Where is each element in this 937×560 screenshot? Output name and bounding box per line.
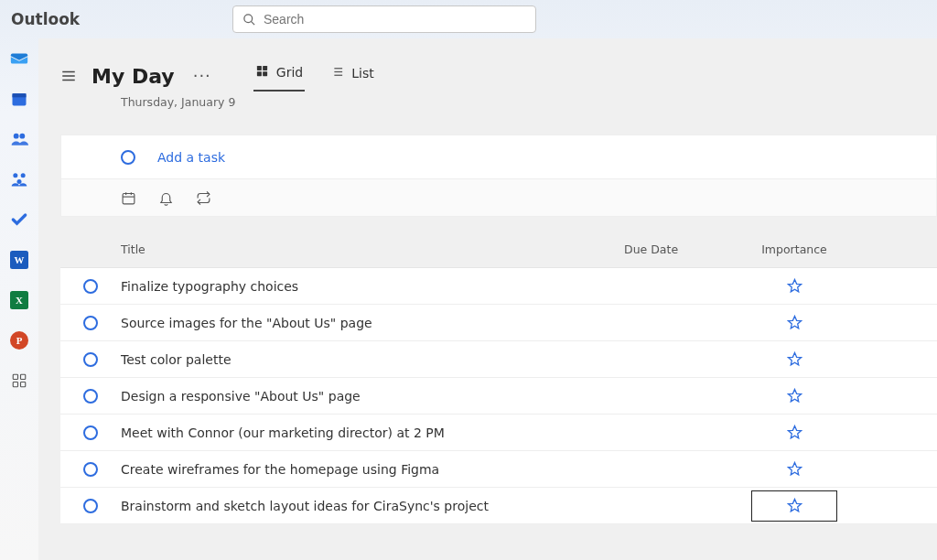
page-header: My Day ··· Grid List [38,60,937,92]
calendar-icon[interactable] [8,88,30,110]
page-title: My Day [92,65,175,88]
complete-toggle[interactable] [83,425,98,440]
col-title[interactable]: Title [121,242,624,256]
table-header: Title Due Date Importance [60,232,937,268]
task-title: Test color palette [121,352,624,367]
view-list[interactable]: List [328,61,375,91]
svg-marker-36 [788,279,801,291]
svg-rect-32 [123,193,135,203]
repeat-icon[interactable] [196,190,211,206]
task-title: Finalize typography choices [121,279,624,294]
svg-rect-23 [263,66,267,70]
svg-rect-18 [21,382,26,387]
svg-point-5 [19,134,25,139]
search-input[interactable] [264,12,526,27]
task-table: Title Due Date Importance Finalize typog… [60,232,937,524]
add-task-row[interactable]: Add a task [60,135,937,178]
complete-toggle[interactable] [83,389,98,404]
svg-marker-40 [788,425,801,437]
complete-toggle[interactable] [83,316,98,330]
svg-text:P: P [16,335,23,346]
view-list-label: List [351,66,373,81]
complete-toggle[interactable] [83,279,98,294]
col-due[interactable]: Due Date [624,242,734,256]
more-options-icon[interactable]: ··· [189,68,215,84]
table-row[interactable]: Meet with Connor (our marketing director… [60,415,937,451]
add-task-circle-icon [121,150,135,165]
svg-line-1 [251,21,254,25]
table-row[interactable]: Create wireframes for the homepage using… [60,451,937,488]
excel-icon[interactable]: X [8,289,30,311]
importance-star[interactable] [757,419,832,447]
importance-star[interactable] [757,346,832,373]
word-icon[interactable]: W [8,249,30,271]
svg-text:W: W [15,254,25,265]
view-grid[interactable]: Grid [253,60,305,92]
main-area: My Day ··· Grid List Thursday, January 9 [38,38,937,560]
add-task-toolbar [60,178,937,217]
app-rail: W X P [0,38,38,560]
complete-toggle[interactable] [83,462,98,477]
svg-marker-41 [788,462,801,474]
powerpoint-icon[interactable]: P [8,329,30,351]
svg-marker-39 [788,389,801,401]
search-icon [242,13,256,27]
svg-rect-15 [13,374,17,379]
complete-toggle[interactable] [83,352,98,367]
complete-toggle[interactable] [83,499,98,513]
title-bar: Outlook [0,0,937,38]
task-title: Source images for the "About Us" page [121,316,624,330]
svg-text:X: X [16,295,23,306]
svg-rect-25 [263,71,267,76]
svg-marker-42 [788,499,801,511]
table-row[interactable]: Finalize typography choices [60,268,937,305]
svg-point-8 [17,179,22,184]
grid-icon [255,64,269,81]
table-body: Finalize typography choicesSource images… [60,268,937,524]
app-brand: Outlook [11,10,80,28]
task-title: Create wireframes for the homepage using… [121,462,624,477]
svg-point-7 [21,173,26,178]
todo-icon[interactable] [8,209,30,231]
view-grid-label: Grid [276,65,303,80]
svg-rect-17 [13,382,17,387]
view-switcher: Grid List [253,60,376,92]
svg-marker-38 [788,352,801,364]
due-date-icon[interactable] [121,190,136,206]
table-row[interactable]: Test color palette [60,341,937,378]
svg-marker-37 [788,316,801,328]
importance-star[interactable] [751,490,837,522]
table-row[interactable]: Design a responsive "About Us" page [60,378,937,415]
svg-point-0 [244,14,253,22]
hamburger-icon[interactable] [60,68,77,84]
importance-star[interactable] [757,273,832,300]
task-title: Meet with Connor (our marketing director… [121,425,624,440]
col-importance[interactable]: Importance [734,242,937,256]
svg-point-4 [14,134,19,139]
reminder-icon[interactable] [158,190,174,206]
add-task-label: Add a task [157,150,225,165]
add-task-card: Add a task [60,135,937,217]
more-apps-icon[interactable] [8,370,30,392]
table-row[interactable]: Source images for the "About Us" page [60,305,937,341]
svg-rect-22 [257,66,262,70]
svg-rect-16 [21,374,26,379]
svg-point-6 [13,173,17,178]
people-icon[interactable] [8,128,30,150]
importance-star[interactable] [757,382,832,410]
importance-star[interactable] [757,456,832,483]
task-title: Design a responsive "About Us" page [121,389,624,404]
task-title: Brainstorm and sketch layout ideas for C… [121,499,624,513]
search-box[interactable] [232,5,536,33]
svg-rect-3 [13,93,27,97]
list-icon [330,65,344,81]
mail-icon[interactable] [8,48,30,70]
svg-rect-24 [257,71,262,76]
table-row[interactable]: Brainstorm and sketch layout ideas for C… [60,488,937,524]
groups-icon[interactable] [8,168,30,190]
importance-star[interactable] [757,309,832,337]
page-date: Thursday, January 9 [38,92,937,109]
